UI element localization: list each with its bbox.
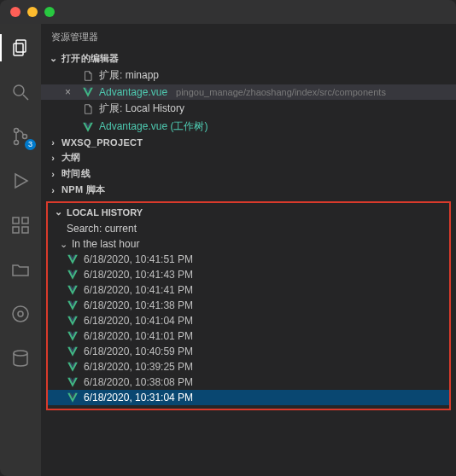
vue-file-icon xyxy=(67,269,79,281)
explorer-tab[interactable] xyxy=(0,31,41,65)
local-history-item[interactable]: 6/18/2020, 10:41:04 PM xyxy=(48,313,449,328)
chevron-right-icon: › xyxy=(48,185,58,195)
section-label: WXSQ_PROJECT xyxy=(61,137,143,148)
section-label: 时间线 xyxy=(61,167,91,180)
file-icon xyxy=(82,70,94,82)
extensions-tab[interactable] xyxy=(0,208,41,242)
editor-filename: Advantage.vue xyxy=(99,86,167,98)
vue-file-icon xyxy=(67,361,79,373)
svg-point-13 xyxy=(13,306,28,322)
chevron-right-icon: › xyxy=(48,153,58,163)
section-label: 大纲 xyxy=(61,151,81,164)
vue-file-icon xyxy=(67,299,79,311)
vue-file-icon xyxy=(82,86,94,98)
svg-marker-7 xyxy=(15,174,27,188)
vue-file-icon xyxy=(67,253,79,265)
vue-file-icon xyxy=(67,315,79,327)
svg-line-3 xyxy=(23,95,28,100)
maximize-window-button[interactable] xyxy=(44,7,55,17)
svg-rect-11 xyxy=(22,218,28,223)
history-timestamp: 6/18/2020, 10:41:38 PM xyxy=(84,299,193,311)
section-header[interactable]: ›时间线 xyxy=(41,165,456,182)
docker-tab[interactable] xyxy=(0,253,41,287)
chevron-down-icon: ⌄ xyxy=(48,53,58,64)
svg-point-12 xyxy=(18,311,23,316)
editor-filename: 扩展: minapp xyxy=(99,68,159,83)
chevron-down-icon: ⌄ xyxy=(58,239,68,250)
svg-point-6 xyxy=(23,135,27,139)
activity-bar: 3 xyxy=(0,24,41,476)
chevron-right-icon: › xyxy=(48,137,58,148)
open-editor-item[interactable]: Advantage.vue (工作树) xyxy=(41,118,456,136)
vue-file-icon xyxy=(82,121,94,133)
vue-file-icon xyxy=(67,330,79,342)
history-timestamp: 6/18/2020, 10:41:41 PM xyxy=(84,284,193,296)
database-icon xyxy=(10,348,31,369)
svg-rect-1 xyxy=(14,44,23,55)
local-history-header[interactable]: ⌄ LOCAL HISTORY xyxy=(48,203,449,221)
scm-badge: 3 xyxy=(25,139,36,150)
svg-point-2 xyxy=(14,85,24,96)
section-header[interactable]: ›NPM 脚本 xyxy=(41,182,456,198)
local-history-item[interactable]: 6/18/2020, 10:39:25 PM xyxy=(48,359,449,374)
local-history-item[interactable]: 6/18/2020, 10:41:01 PM xyxy=(48,328,449,344)
section-header[interactable]: ›WXSQ_PROJECT xyxy=(41,136,456,149)
titlebar xyxy=(0,0,456,24)
extensions-icon xyxy=(10,215,31,235)
svg-point-14 xyxy=(14,351,27,356)
open-editor-item[interactable]: 扩展: Local History xyxy=(41,100,456,118)
vue-file-icon xyxy=(67,345,79,357)
local-history-panel: ⌄ LOCAL HISTORY Search: current ⌄ In the… xyxy=(46,201,451,410)
run-debug-tab[interactable] xyxy=(0,164,41,198)
open-editor-item[interactable]: 扩展: minapp xyxy=(41,67,456,84)
file-icon xyxy=(82,103,94,115)
open-editor-item[interactable]: ×Advantage.vuepingou_manage/zhaoshang/in… xyxy=(41,84,456,100)
close-window-button[interactable] xyxy=(10,7,20,17)
local-history-item[interactable]: 6/18/2020, 10:41:38 PM xyxy=(48,298,449,313)
close-icon[interactable]: × xyxy=(65,86,77,98)
vue-file-icon xyxy=(67,376,79,388)
open-editors-list: 扩展: minapp×Advantage.vuepingou_manage/zh… xyxy=(41,67,456,136)
files-icon xyxy=(10,38,31,58)
chevron-down-icon: ⌄ xyxy=(53,206,63,218)
editor-filename: 扩展: Local History xyxy=(99,102,184,116)
local-history-item[interactable]: 6/18/2020, 10:41:41 PM xyxy=(48,282,449,298)
database-tab[interactable] xyxy=(0,341,41,375)
history-timestamp: 6/18/2020, 10:39:25 PM xyxy=(84,361,193,373)
scm-tab[interactable]: 3 xyxy=(0,119,41,154)
vue-file-icon xyxy=(67,284,79,296)
history-timestamp: 6/18/2020, 10:41:51 PM xyxy=(84,253,193,265)
local-history-item[interactable]: 6/18/2020, 10:41:51 PM xyxy=(48,252,449,267)
svg-point-5 xyxy=(15,141,19,145)
svg-rect-9 xyxy=(13,227,19,233)
history-timestamp: 6/18/2020, 10:31:04 PM xyxy=(84,392,193,403)
run-icon xyxy=(10,171,31,191)
remote-tab[interactable] xyxy=(0,297,41,331)
section-header[interactable]: ›大纲 xyxy=(41,149,456,165)
local-history-item[interactable]: 6/18/2020, 10:41:43 PM xyxy=(48,267,449,282)
remote-icon xyxy=(10,304,31,324)
local-history-item[interactable]: 6/18/2020, 10:31:04 PM xyxy=(48,390,449,405)
chevron-right-icon: › xyxy=(48,169,58,179)
editor-filename: Advantage.vue (工作树) xyxy=(99,119,208,134)
editor-filepath: pingou_manage/zhaoshang/index/src/compon… xyxy=(176,87,386,97)
local-history-group[interactable]: ⌄ In the last hour xyxy=(48,236,449,252)
search-tab[interactable] xyxy=(0,75,41,109)
svg-point-4 xyxy=(15,129,19,133)
history-timestamp: 6/18/2020, 10:41:43 PM xyxy=(84,269,193,281)
section-label: NPM 脚本 xyxy=(61,183,105,196)
svg-rect-8 xyxy=(13,218,19,223)
minimize-window-button[interactable] xyxy=(27,7,38,17)
local-history-search[interactable]: Search: current xyxy=(48,221,449,236)
explorer-sidebar: 资源管理器 ⌄ 打开的编辑器 扩展: minapp×Advantage.vuep… xyxy=(41,24,456,476)
search-icon xyxy=(10,82,31,102)
vue-file-icon xyxy=(67,392,79,403)
sidebar-title: 资源管理器 xyxy=(41,24,456,50)
open-editors-header[interactable]: ⌄ 打开的编辑器 xyxy=(41,50,456,67)
history-timestamp: 6/18/2020, 10:38:08 PM xyxy=(84,376,193,388)
local-history-item[interactable]: 6/18/2020, 10:40:59 PM xyxy=(48,344,449,359)
svg-rect-0 xyxy=(16,40,26,52)
history-timestamp: 6/18/2020, 10:41:01 PM xyxy=(84,330,193,342)
history-timestamp: 6/18/2020, 10:40:59 PM xyxy=(84,345,193,357)
local-history-item[interactable]: 6/18/2020, 10:38:08 PM xyxy=(48,374,449,390)
